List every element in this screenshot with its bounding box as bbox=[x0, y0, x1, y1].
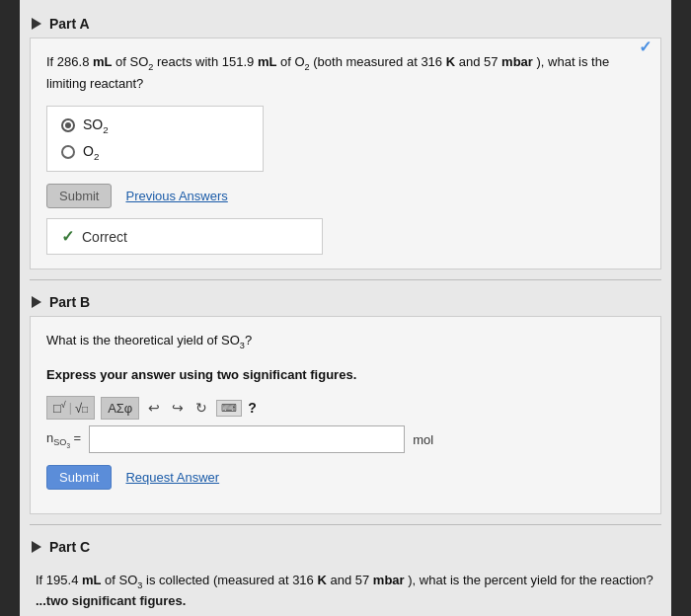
undo-button[interactable]: ↩ bbox=[145, 400, 163, 416]
part-b-button-row: Submit Request Answer bbox=[46, 465, 645, 490]
option-so2-label: SO2 bbox=[83, 116, 109, 135]
toolbar-symbol-box: AΣφ bbox=[101, 397, 139, 420]
part-b-question-line2: Express your answer using two significan… bbox=[46, 365, 645, 385]
answer-input-row: nSO3 = mol bbox=[46, 425, 645, 453]
divider-bc bbox=[30, 524, 661, 525]
part-a-button-row: Submit Previous Answers bbox=[46, 184, 645, 208]
question-mark[interactable]: ? bbox=[248, 400, 257, 416]
option-so2[interactable]: SO2 bbox=[61, 116, 249, 135]
part-b-header[interactable]: Part B bbox=[20, 288, 671, 316]
toolbar-sep1: | bbox=[69, 401, 72, 415]
part-c-question: If 195.4 mL of SO3 is collected (measure… bbox=[36, 571, 655, 592]
correct-bar: ✓ Correct bbox=[46, 218, 323, 255]
request-answer-link[interactable]: Request Answer bbox=[125, 470, 219, 485]
part-a-question: If 286.8 mL of SO2 reacts with 151.9 mL … bbox=[46, 52, 645, 94]
keyboard-button[interactable]: ⌨ bbox=[216, 400, 242, 417]
math-toolbar: □√ | √□ AΣφ ↩ ↪ ↻ ⌨ ? bbox=[46, 396, 645, 420]
part-c-title: Part C bbox=[49, 539, 90, 555]
radio-o2[interactable] bbox=[61, 145, 75, 159]
part-a-checkmark: ✓ bbox=[639, 38, 652, 56]
toolbar-math-box: □√ | √□ bbox=[46, 396, 95, 420]
submit-button-b[interactable]: Submit bbox=[46, 465, 112, 490]
option-o2[interactable]: O2 bbox=[61, 143, 249, 162]
formula-label: nSO3 = bbox=[46, 430, 81, 449]
collapse-triangle-b bbox=[32, 296, 41, 308]
answer-input[interactable] bbox=[89, 425, 405, 453]
correct-label: Correct bbox=[82, 229, 127, 245]
divider-ab bbox=[30, 279, 661, 280]
part-c-section: Part C If 195.4 mL of SO3 is collected (… bbox=[20, 533, 671, 616]
part-b-section: Part B What is the theoretical yield of … bbox=[20, 288, 671, 514]
radical-icon[interactable]: √□ bbox=[75, 401, 88, 416]
answer-options: SO2 O2 bbox=[46, 106, 264, 173]
part-c-header[interactable]: Part C bbox=[20, 533, 671, 561]
collapse-triangle-c bbox=[32, 541, 41, 553]
sqrt-icon[interactable]: □√ bbox=[53, 400, 66, 416]
part-a-header[interactable]: Part A bbox=[20, 10, 671, 38]
refresh-button[interactable]: ↻ bbox=[192, 400, 210, 416]
part-b-question-line1: What is the theoretical yield of SO3? bbox=[46, 331, 645, 352]
part-c-content: If 195.4 mL of SO3 is collected (measure… bbox=[20, 561, 671, 616]
redo-button[interactable]: ↪ bbox=[169, 400, 187, 416]
part-b-title: Part B bbox=[49, 294, 90, 310]
previous-answers-link[interactable]: Previous Answers bbox=[125, 189, 227, 203]
alpha-sigma-icon[interactable]: AΣφ bbox=[108, 401, 132, 416]
unit-label: mol bbox=[413, 432, 433, 447]
option-o2-label: O2 bbox=[83, 143, 99, 162]
part-c-sig-figs: ...two significant figures. bbox=[36, 593, 655, 608]
part-a-content: If 286.8 mL of SO2 reacts with 151.9 mL … bbox=[30, 38, 661, 270]
radio-so2[interactable] bbox=[61, 118, 75, 132]
collapse-triangle-a bbox=[32, 18, 41, 30]
correct-checkmark: ✓ bbox=[61, 227, 74, 246]
part-b-content: What is the theoretical yield of SO3? Ex… bbox=[30, 316, 661, 514]
part-a-title: Part A bbox=[49, 16, 90, 32]
submit-button-a[interactable]: Submit bbox=[46, 184, 112, 208]
